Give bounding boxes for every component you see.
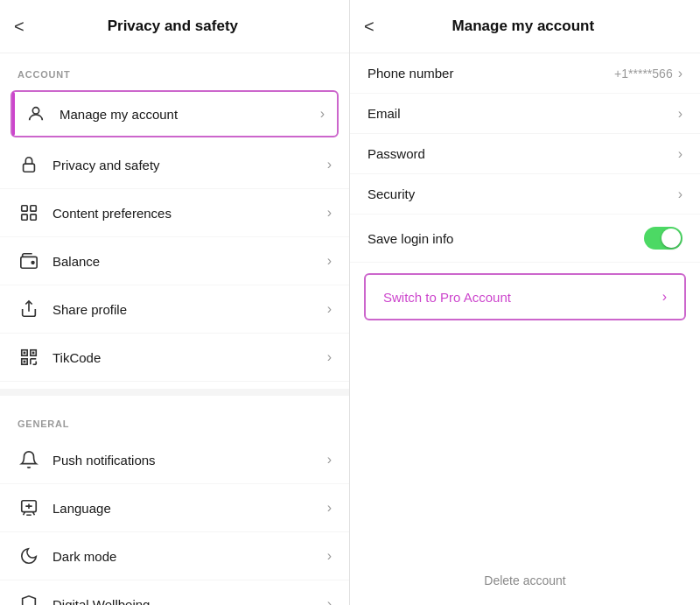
switch-to-pro-button[interactable]: Switch to Pro Account ›: [364, 273, 686, 320]
grid-icon: [18, 201, 40, 224]
chevron-icon: ›: [320, 107, 325, 121]
save-login-toggle[interactable]: [644, 227, 682, 250]
push-notifications-label: Push notifications: [52, 453, 327, 468]
manage-account-label: Manage my account: [60, 107, 320, 122]
security-label: Security: [368, 186, 678, 201]
account-section-label: ACCOUNT: [0, 53, 349, 87]
chevron-icon: ›: [678, 147, 682, 161]
bell-icon: [18, 448, 40, 471]
phone-number-value: +1*****566: [614, 67, 673, 81]
tikcode-label: TikCode: [52, 350, 327, 365]
chevron-icon: ›: [327, 158, 332, 172]
left-panel-title: Privacy and safety: [32, 18, 314, 35]
chevron-icon: ›: [327, 453, 332, 467]
wallet-icon: [18, 250, 40, 272]
chevron-icon: ›: [678, 187, 682, 201]
chevron-icon: ›: [327, 501, 332, 515]
menu-item-balance[interactable]: Balance ›: [0, 237, 349, 285]
right-panel-scroll: Phone number +1*****566 › Email › Passwo…: [350, 53, 700, 556]
menu-item-security[interactable]: Security ›: [350, 174, 700, 215]
balance-label: Balance: [52, 254, 327, 269]
delete-account-button[interactable]: Delete account: [350, 556, 700, 605]
right-panel: < Manage my account Phone number +1*****…: [350, 0, 700, 605]
dark-mode-label: Dark mode: [52, 549, 327, 564]
menu-item-password[interactable]: Password ›: [350, 134, 700, 174]
moon-icon: [18, 545, 40, 567]
menu-item-digital-wellbeing[interactable]: Digital Wellbeing ›: [0, 580, 349, 605]
translate-icon: [18, 496, 40, 519]
left-panel: < Privacy and safety ACCOUNT Manage my a…: [0, 0, 350, 605]
share-profile-label: Share profile: [52, 302, 327, 317]
svg-rect-13: [32, 352, 35, 355]
left-panel-scroll: ACCOUNT Manage my account › Privacy and: [0, 53, 349, 605]
switch-pro-label: Switch to Pro Account: [383, 290, 662, 305]
menu-item-share-profile[interactable]: Share profile ›: [0, 285, 349, 334]
menu-item-push-notifications[interactable]: Push notifications ›: [0, 436, 349, 484]
right-back-button[interactable]: <: [364, 14, 382, 39]
general-section-label: GENERAL: [0, 403, 349, 436]
svg-rect-5: [31, 215, 36, 220]
right-panel-content: Phone number +1*****566 › Email › Passwo…: [350, 53, 700, 605]
chevron-icon: ›: [678, 107, 682, 121]
left-back-button[interactable]: <: [14, 14, 32, 39]
chevron-icon: ›: [327, 350, 332, 364]
pro-chevron-icon: ›: [662, 289, 667, 305]
svg-rect-3: [31, 206, 36, 211]
qr-icon: [18, 346, 40, 369]
content-preferences-label: Content preferences: [52, 206, 327, 221]
svg-point-0: [32, 108, 38, 114]
person-icon: [24, 102, 47, 125]
save-login-label: Save login info: [368, 231, 644, 246]
toggle-knob: [662, 229, 681, 248]
lock-icon: [18, 153, 40, 176]
email-label: Email: [368, 106, 678, 121]
password-label: Password: [368, 146, 678, 161]
chevron-icon: ›: [327, 302, 332, 316]
menu-item-save-login[interactable]: Save login info: [350, 215, 700, 263]
language-label: Language: [52, 501, 327, 516]
privacy-safety-label: Privacy and safety: [52, 158, 327, 172]
svg-rect-1: [24, 164, 35, 172]
chevron-icon: ›: [327, 206, 332, 220]
menu-item-email[interactable]: Email ›: [350, 94, 700, 134]
chevron-icon: ›: [327, 254, 332, 268]
menu-item-language[interactable]: Language ›: [0, 484, 349, 532]
right-panel-title: Manage my account: [382, 18, 665, 35]
menu-item-privacy-safety[interactable]: Privacy and safety ›: [0, 141, 349, 189]
svg-rect-12: [24, 352, 26, 355]
share-icon: [18, 298, 40, 320]
right-panel-header: < Manage my account: [350, 0, 700, 53]
svg-rect-4: [22, 215, 27, 220]
menu-item-content-preferences[interactable]: Content preferences ›: [0, 189, 349, 237]
menu-item-phone-number[interactable]: Phone number +1*****566 ›: [350, 53, 700, 94]
chevron-icon: ›: [327, 597, 332, 605]
menu-item-dark-mode[interactable]: Dark mode ›: [0, 532, 349, 580]
svg-rect-2: [22, 206, 27, 211]
wellbeing-icon: [18, 593, 40, 605]
section-divider: [0, 389, 349, 396]
active-indicator: [12, 92, 15, 136]
svg-point-7: [32, 261, 34, 264]
chevron-icon: ›: [327, 549, 332, 563]
left-panel-header: < Privacy and safety: [0, 0, 349, 53]
menu-item-manage-account[interactable]: Manage my account ›: [10, 90, 339, 137]
svg-rect-14: [24, 361, 26, 363]
phone-number-label: Phone number: [368, 66, 614, 81]
chevron-icon: ›: [678, 67, 682, 81]
digital-wellbeing-label: Digital Wellbeing: [52, 597, 327, 606]
menu-item-tikcode[interactable]: TikCode ›: [0, 334, 349, 382]
